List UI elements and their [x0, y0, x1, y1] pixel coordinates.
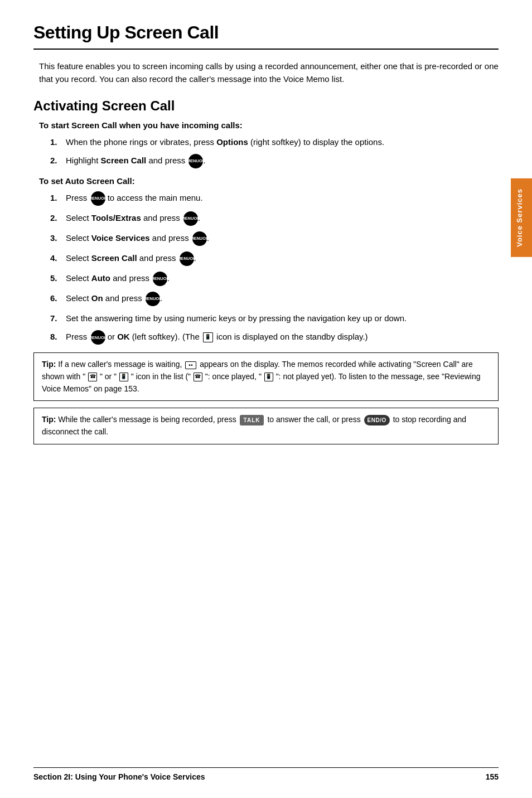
- subsection2-label: To set Auto Screen Call:: [39, 176, 499, 186]
- menu-ok-button: MENUOK: [183, 211, 198, 226]
- tip2-text2: to answer the call, or press: [267, 415, 362, 424]
- subsection2-list: 1. Press MENUOK to access the main menu.…: [50, 191, 499, 345]
- step-content: Select Auto and press MENUOK.: [66, 272, 499, 286]
- list-item: 2. Select Tools/Extras and press MENUOK.: [50, 211, 499, 226]
- page-title: Setting Up Screen Call: [33, 22, 499, 43]
- tip-label: Tip:: [42, 360, 56, 369]
- list-item: 8. Press MENUOK or OK (left softkey). (T…: [50, 330, 499, 345]
- tip2-text1: While the caller's message is being reco…: [58, 415, 238, 424]
- on-bold: On: [91, 293, 103, 303]
- step-num: 6.: [50, 292, 66, 304]
- step-num: 3.: [50, 231, 66, 244]
- step-content: Select Screen Call and press MENUOK.: [66, 252, 499, 266]
- step-num: 5.: [50, 272, 66, 284]
- step-num: 7.: [50, 312, 66, 325]
- message-waiting-icon: [185, 361, 196, 369]
- ok-bold: OK: [117, 332, 130, 341]
- menu-ok-button: MENUOK: [188, 154, 203, 168]
- voice-services-bold: Voice Services: [91, 233, 150, 243]
- subsection1-list: 1. When the phone rings or vibrates, pre…: [50, 136, 499, 168]
- menu-ok-button: MENUOK: [180, 252, 194, 266]
- footer-page-number: 155: [486, 772, 499, 781]
- tip1-text: If a new caller's message is waiting,: [58, 360, 184, 369]
- footer-section-label: Section 2I: Using Your Phone's Voice Ser…: [33, 772, 205, 781]
- screen-call-bold: Screen Call: [101, 156, 147, 165]
- step-content: When the phone rings or vibrates, press …: [66, 136, 499, 148]
- step-content: Press MENUOK to access the main menu.: [66, 191, 499, 206]
- list-item: 5. Select Auto and press MENUOK.: [50, 272, 499, 286]
- step-num: 1.: [50, 136, 66, 148]
- list-item: 3. Select Voice Services and press MENUO…: [50, 231, 499, 246]
- menu-ok-button: MENUOK: [153, 272, 167, 286]
- menu-ok-button: MENUOK: [192, 231, 207, 246]
- footer: Section 2I: Using Your Phone's Voice Ser…: [33, 767, 499, 781]
- tip-box-2: Tip: While the caller's message is being…: [33, 408, 499, 444]
- list-item: 2. Highlight Screen Call and press MENUO…: [50, 154, 499, 168]
- tools-extras-bold: Tools/Extras: [91, 213, 141, 223]
- menu-ok-button: MENUOK: [146, 292, 160, 306]
- step-num: 8.: [50, 330, 66, 343]
- subsection1-label: To start Screen Call when you have incom…: [39, 120, 499, 130]
- not-played-icon: 📱: [119, 373, 128, 381]
- tip2-label: Tip:: [42, 415, 56, 424]
- not-played-yet-icon: 📱: [264, 373, 273, 381]
- list-item: 6. Select On and press MENUOK.: [50, 292, 499, 306]
- side-tab: Voice Services: [511, 178, 532, 257]
- step-num: 1.: [50, 191, 66, 204]
- list-item: 1. When the phone rings or vibrates, pre…: [50, 136, 499, 148]
- menu-ok-button: MENUOK: [91, 191, 105, 206]
- tip-box-1: Tip: If a new caller's message is waitin…: [33, 352, 499, 401]
- step-content: Select On and press MENUOK.: [66, 292, 499, 306]
- intro-text: This feature enables you to screen incom…: [39, 60, 499, 86]
- list-item: 7. Set the answering time by using numer…: [50, 312, 499, 325]
- list-item: 4. Select Screen Call and press MENUOK.: [50, 252, 499, 266]
- standby-icon: 📱: [203, 332, 213, 342]
- options-bold: Options: [216, 137, 248, 147]
- tip1-text4: ": once played, ": [205, 372, 262, 381]
- once-played-icon: ☎: [194, 373, 202, 381]
- played-icon: ☎: [88, 373, 97, 381]
- step-content: Set the answering time by using numeric …: [66, 312, 499, 325]
- step-num: 2.: [50, 154, 66, 167]
- step-num: 4.: [50, 252, 66, 264]
- list-item: 1. Press MENUOK to access the main menu.: [50, 191, 499, 206]
- menu-ok-button: MENUOK: [91, 330, 105, 345]
- step-content: Highlight Screen Call and press MENUOK.: [66, 154, 499, 168]
- tip1-or: " or ": [100, 372, 117, 381]
- title-divider: [33, 49, 499, 50]
- step-content: Press MENUOK or OK (left softkey). (The …: [66, 330, 499, 345]
- talk-button: TALK: [240, 415, 264, 426]
- screen-call-bold: Screen Call: [91, 253, 137, 263]
- tip1-text3: " icon in the list (": [131, 372, 191, 381]
- section-title: Activating Screen Call: [33, 98, 499, 114]
- step-num: 2.: [50, 211, 66, 224]
- page-container: Voice Services Setting Up Screen Call Th…: [0, 0, 532, 798]
- auto-bold: Auto: [91, 273, 110, 283]
- step-content: Select Tools/Extras and press MENUOK.: [66, 211, 499, 226]
- step-content: Select Voice Services and press MENUOK.: [66, 231, 499, 246]
- end-button: END/O: [364, 415, 390, 426]
